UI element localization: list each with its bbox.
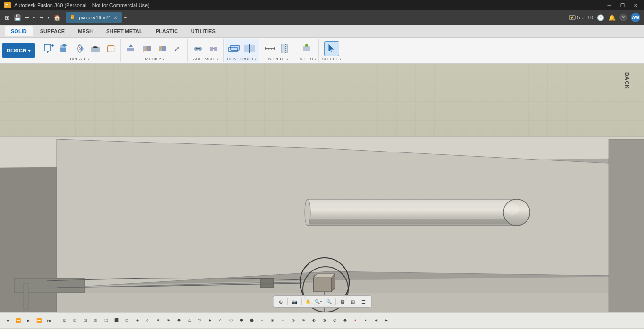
- tool-20[interactable]: ⬥: [257, 316, 267, 325]
- viewport[interactable]: BACK ↑ ⊕ 📷 ✋ 🔍+ 🔍 🖥 ⊞ ☰: [0, 64, 644, 312]
- measure-button[interactable]: [262, 41, 277, 56]
- joint-icon: [193, 43, 203, 54]
- offset-plane-button[interactable]: [226, 41, 242, 56]
- insert-label[interactable]: INSERT ▾: [298, 57, 317, 62]
- add-tab-button[interactable]: +: [124, 14, 127, 21]
- tool-30[interactable]: ▲: [361, 316, 370, 325]
- tool-13[interactable]: △: [184, 316, 194, 325]
- svg-point-70: [504, 203, 519, 215]
- user-avatar[interactable]: AW: [631, 13, 640, 22]
- tool-11[interactable]: ⊗: [164, 316, 173, 325]
- tool-32[interactable]: ▶: [382, 316, 391, 325]
- step-forward-button[interactable]: ⏩: [34, 316, 43, 325]
- inspect-label[interactable]: INSPECT ▾: [267, 57, 288, 62]
- revolve-button[interactable]: [72, 41, 87, 56]
- tool-24[interactable]: ⊙: [299, 316, 308, 325]
- snap-button[interactable]: ⊕: [276, 297, 285, 306]
- grid-display-button[interactable]: ⊞: [348, 297, 358, 306]
- tool-28[interactable]: ◓: [340, 316, 350, 325]
- new-sketch-button[interactable]: [41, 41, 56, 56]
- design-dropdown[interactable]: DESIGN ▾: [2, 43, 35, 58]
- redo-button[interactable]: ↪: [38, 14, 44, 22]
- create-label[interactable]: CREATE ▾: [70, 57, 90, 62]
- grid-icon[interactable]: ⊞: [4, 13, 11, 22]
- tool-12[interactable]: ⬟: [174, 316, 184, 325]
- tool-4[interactable]: ◳: [91, 316, 100, 325]
- more-display-button[interactable]: ☰: [359, 297, 368, 306]
- tool-29[interactable]: 🔺: [351, 316, 360, 325]
- undo-dropdown[interactable]: ▾: [32, 14, 36, 21]
- select-button[interactable]: [324, 41, 339, 56]
- tool-26[interactable]: ◑: [319, 316, 329, 325]
- tool-18[interactable]: ⬢: [236, 316, 246, 325]
- save-button[interactable]: 💾: [13, 13, 22, 22]
- select-label[interactable]: SELECT ▾: [322, 57, 341, 62]
- tool-3[interactable]: ◲: [81, 316, 90, 325]
- home-button[interactable]: 🏠: [52, 13, 62, 22]
- camera-button[interactable]: 📷: [290, 297, 299, 306]
- tool-9[interactable]: ◇: [143, 316, 152, 325]
- restore-button[interactable]: ❐: [618, 2, 627, 8]
- rigid-group-button[interactable]: [206, 41, 221, 56]
- tool-31[interactable]: ◀: [371, 316, 381, 325]
- notifications-icon[interactable]: 🔔: [608, 14, 616, 21]
- redo-dropdown[interactable]: ▾: [46, 14, 50, 21]
- assemble-label[interactable]: ASSEMBLE ▾: [193, 57, 219, 62]
- minimize-button[interactable]: ─: [604, 2, 614, 8]
- fillet-button[interactable]: [103, 41, 118, 56]
- fillet-modify-button[interactable]: [139, 41, 154, 56]
- tool-21[interactable]: ◉: [268, 316, 277, 325]
- step-back-button[interactable]: ⏪: [13, 316, 23, 325]
- tool-14[interactable]: ▽: [195, 316, 204, 325]
- help-button[interactable]: ?: [619, 14, 627, 21]
- tool-27[interactable]: ◒: [330, 316, 339, 325]
- press-pull-button[interactable]: [124, 41, 139, 56]
- tab-solid[interactable]: SOLID: [5, 26, 33, 36]
- tab-mesh[interactable]: MESH: [72, 26, 99, 36]
- tab-surface[interactable]: SURFACE: [34, 26, 71, 36]
- tool-7[interactable]: ◻: [122, 316, 132, 325]
- play-button[interactable]: ▶: [24, 316, 33, 325]
- section-analysis-button[interactable]: [278, 41, 293, 56]
- skip-forward-button[interactable]: ⏭: [44, 316, 54, 325]
- insert-button[interactable]: [300, 41, 315, 56]
- file-tab[interactable]: P piano v16 v2* ✕: [66, 12, 122, 23]
- tool-6[interactable]: ⬛: [112, 316, 121, 325]
- pan-button[interactable]: ✋: [303, 297, 313, 306]
- undo-button[interactable]: ↩: [24, 14, 30, 22]
- history-icon[interactable]: 🕐: [597, 14, 604, 21]
- tool-22[interactable]: ⬦: [278, 316, 287, 325]
- svg-rect-19: [127, 48, 134, 51]
- construct-label[interactable]: CONSTRUCT ▾: [227, 57, 257, 62]
- tab-utilities[interactable]: UTILITIES: [185, 26, 222, 36]
- tool-2[interactable]: ◰: [70, 316, 80, 325]
- tab-plastic[interactable]: PLASTIC: [150, 26, 184, 36]
- tool-23[interactable]: ◎: [288, 316, 298, 325]
- display-mode-button[interactable]: 🖥: [338, 297, 347, 306]
- tool-25[interactable]: ◐: [309, 316, 318, 325]
- tool-8[interactable]: ◈: [133, 316, 142, 325]
- svg-point-18: [94, 46, 97, 47]
- modify-label[interactable]: MODIFY ▾: [145, 57, 164, 62]
- midplane-button[interactable]: [242, 41, 257, 56]
- tool-10[interactable]: ⊕: [153, 316, 163, 325]
- chamfer-button[interactable]: [155, 41, 170, 56]
- zoom-in-button[interactable]: 🔍+: [314, 297, 323, 306]
- tool-16[interactable]: ◊: [216, 316, 225, 325]
- tool-5[interactable]: ⬚: [101, 316, 111, 325]
- move-icon: ⤢: [173, 43, 183, 54]
- tool-17[interactable]: ⬡: [226, 316, 235, 325]
- tool-15[interactable]: ◆: [205, 316, 215, 325]
- tool-19[interactable]: ⬤: [247, 316, 256, 325]
- joint-button[interactable]: [191, 41, 206, 56]
- tool-1[interactable]: ◱: [60, 316, 69, 325]
- skip-back-button[interactable]: ⏮: [3, 316, 12, 325]
- move-button[interactable]: ⤢: [170, 41, 185, 56]
- file-tab-close[interactable]: ✕: [113, 15, 117, 20]
- hole-button[interactable]: [88, 41, 103, 56]
- tab-sheet-metal[interactable]: SHEET METAL: [100, 26, 149, 36]
- zoom-button[interactable]: 🔍: [324, 297, 334, 306]
- close-button[interactable]: ✕: [631, 2, 640, 8]
- orientation-arrow: ↑: [619, 66, 621, 71]
- extrude-button[interactable]: [57, 41, 72, 56]
